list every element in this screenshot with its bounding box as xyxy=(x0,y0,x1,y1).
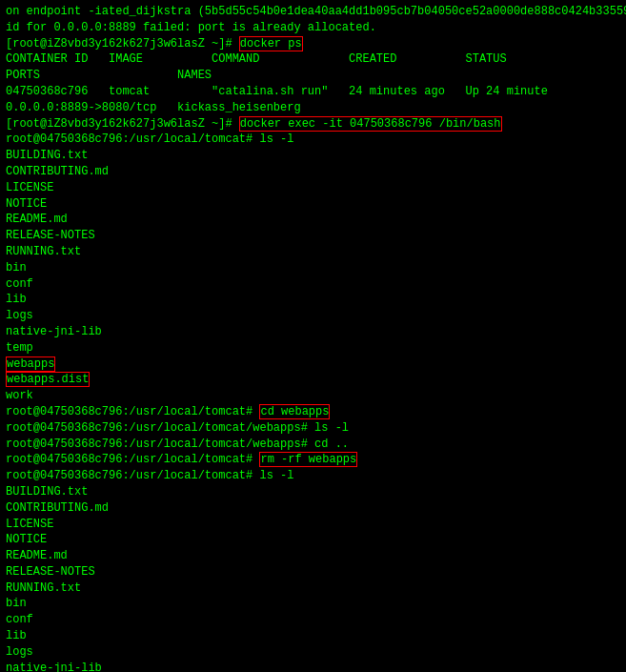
line-40: lib xyxy=(6,628,620,644)
line-25: work xyxy=(6,388,620,404)
line-35: README.md xyxy=(6,548,620,564)
cmd-docker-exec: docker exec -it 04750368c796 /bin/bash xyxy=(239,116,502,132)
line-19: lib xyxy=(6,292,620,308)
line-26: root@04750368c796:/usr/local/tomcat# cd … xyxy=(6,404,620,420)
line-11: CONTRIBUTING.md xyxy=(6,164,620,180)
line-28: root@04750368c796:/usr/local/tomcat/weba… xyxy=(6,437,620,453)
line-1: on endpoint -iated_dijkstra (5b5d55c54b0… xyxy=(6,4,620,20)
line-41: logs xyxy=(6,644,620,661)
cmd-cd-webapps: cd webapps xyxy=(259,404,330,419)
line-18: conf xyxy=(6,276,620,293)
line-4: CONTAINER ID IMAGE COMMAND CREATED STATU… xyxy=(6,51,620,68)
line-22: temp xyxy=(6,340,620,356)
line-9: root@04750368c796:/usr/local/tomcat# ls … xyxy=(6,132,620,148)
line-17: bin xyxy=(6,260,620,276)
line-30: root@04750368c796:/usr/local/tomcat# ls … xyxy=(6,468,620,484)
line-33: LICENSE xyxy=(6,517,620,533)
line-23: webapps xyxy=(6,356,620,373)
line-6: 04750368c796 tomcat "catalina.sh run" 24… xyxy=(6,84,620,100)
line-13: NOTICE xyxy=(6,196,620,213)
line-2: id for 0.0.0.0:8889 failed: port is alre… xyxy=(6,20,620,36)
line-34: NOTICE xyxy=(6,532,620,548)
line-39: conf xyxy=(6,612,620,628)
line-37: RUNNING.txt xyxy=(6,580,620,597)
line-3: [root@iZ8vbd3y162k627j3w6lasZ ~]# docker… xyxy=(6,36,620,52)
line-5: PORTS NAMES xyxy=(6,68,620,84)
line-15: RELEASE-NOTES xyxy=(6,228,620,244)
line-38: bin xyxy=(6,596,620,612)
line-42: native-jni-lib xyxy=(6,661,620,672)
highlight-webapps-dist: webapps.dist xyxy=(6,372,90,387)
cmd-rm-rf-webapps: rm -rf webapps xyxy=(259,452,357,467)
line-27: root@04750368c796:/usr/local/tomcat/weba… xyxy=(6,420,620,437)
highlight-webapps: webapps xyxy=(6,356,55,372)
line-21: native-jni-lib xyxy=(6,324,620,340)
line-32: CONTRIBUTING.md xyxy=(6,500,620,517)
cmd-docker-ps: docker ps xyxy=(239,36,303,51)
line-29: root@04750368c796:/usr/local/tomcat# rm … xyxy=(6,452,620,468)
line-12: LICENSE xyxy=(6,180,620,196)
line-36: RELEASE-NOTES xyxy=(6,564,620,580)
line-16: RUNNING.txt xyxy=(6,244,620,260)
line-8: [root@iZ8vbd3y162k627j3w6lasZ ~]# docker… xyxy=(6,116,620,132)
line-14: README.md xyxy=(6,212,620,228)
line-7: 0.0.0.0:8889->8080/tcp kickass_heisenber… xyxy=(6,100,620,116)
line-31: BUILDING.txt xyxy=(6,484,620,500)
terminal: on endpoint -iated_dijkstra (5b5d55c54b0… xyxy=(0,0,626,672)
line-20: logs xyxy=(6,308,620,324)
line-24: webapps.dist xyxy=(6,372,620,388)
line-10: BUILDING.txt xyxy=(6,148,620,164)
